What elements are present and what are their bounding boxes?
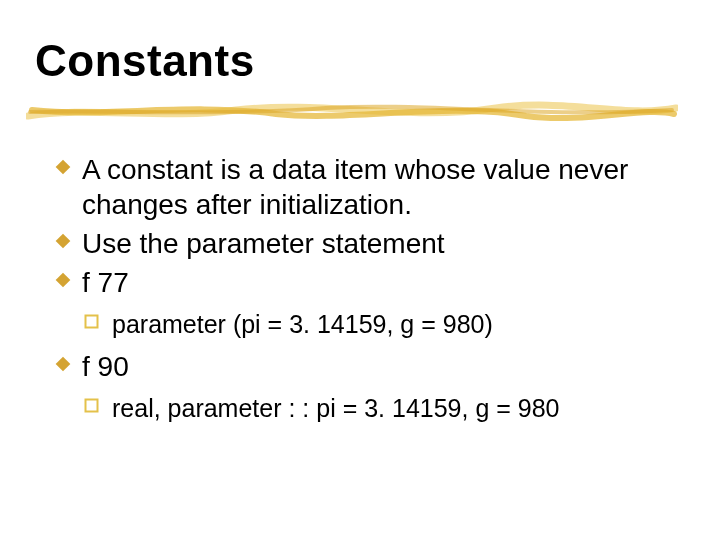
diamond-bullet-icon — [54, 158, 72, 176]
bullet-level1: f 90 — [54, 349, 654, 384]
slide-body: A constant is a data item whose value ne… — [54, 152, 654, 432]
slide: Constants A constant is a data item whos… — [0, 0, 720, 540]
bullet-text: f 77 — [82, 267, 129, 298]
square-bullet-icon — [84, 398, 99, 413]
svg-rect-0 — [56, 160, 71, 175]
svg-rect-1 — [56, 234, 71, 249]
diamond-bullet-icon — [54, 355, 72, 373]
title-underline — [26, 96, 678, 124]
bullet-text: Use the parameter statement — [82, 228, 445, 259]
bullet-text: A constant is a data item whose value ne… — [82, 154, 628, 220]
diamond-bullet-icon — [54, 271, 72, 289]
svg-rect-5 — [86, 399, 98, 411]
slide-title: Constants — [35, 36, 255, 86]
svg-rect-2 — [56, 273, 71, 288]
bullet-text: f 90 — [82, 351, 129, 382]
square-bullet-icon — [84, 314, 99, 329]
bullet-level1: Use the parameter statement — [54, 226, 654, 261]
bullet-level1: f 77 — [54, 265, 654, 300]
diamond-bullet-icon — [54, 232, 72, 250]
svg-rect-4 — [56, 356, 71, 371]
svg-rect-3 — [86, 316, 98, 328]
bullet-level2: parameter (pi = 3. 14159, g = 980) — [84, 308, 654, 341]
bullet-level1: A constant is a data item whose value ne… — [54, 152, 654, 222]
bullet-text: parameter (pi = 3. 14159, g = 980) — [112, 310, 493, 338]
bullet-text: real, parameter : : pi = 3. 14159, g = 9… — [112, 394, 560, 422]
bullet-level2: real, parameter : : pi = 3. 14159, g = 9… — [84, 392, 654, 425]
